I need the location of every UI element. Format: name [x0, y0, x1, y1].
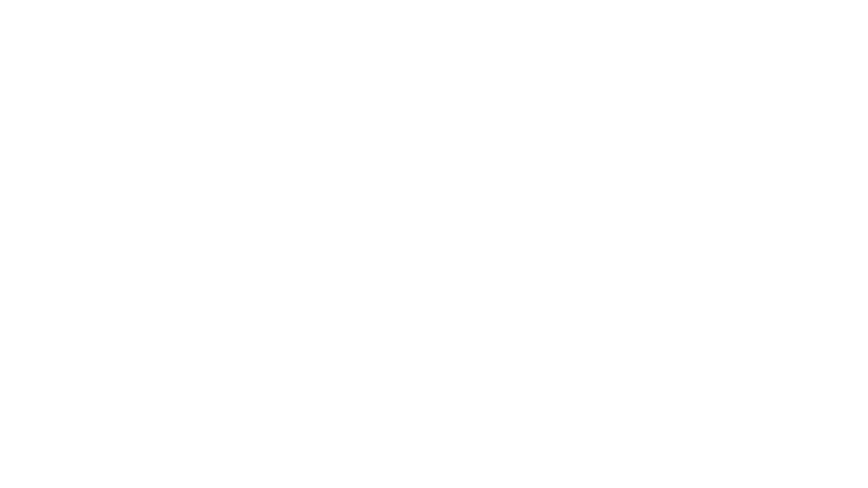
- connectors-svg: [0, 0, 868, 488]
- diagram-container: [0, 0, 868, 488]
